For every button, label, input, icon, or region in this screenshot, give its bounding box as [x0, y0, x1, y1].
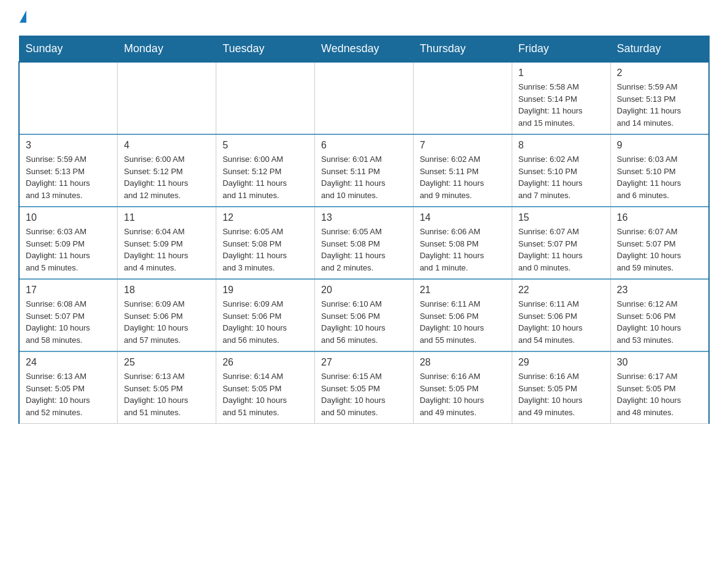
day-number: 6: [321, 140, 407, 151]
day-info: Sunrise: 6:07 AM Sunset: 5:07 PM Dayligh…: [617, 226, 702, 274]
table-row: 7Sunrise: 6:02 AM Sunset: 5:11 PM Daylig…: [413, 134, 512, 207]
page-header: [18, 12, 710, 25]
day-info: Sunrise: 6:06 AM Sunset: 5:08 PM Dayligh…: [420, 226, 506, 274]
day-number: 5: [222, 140, 308, 151]
table-row: 16Sunrise: 6:07 AM Sunset: 5:07 PM Dayli…: [610, 207, 709, 279]
table-row: 8Sunrise: 6:02 AM Sunset: 5:10 PM Daylig…: [512, 134, 610, 207]
day-info: Sunrise: 6:11 AM Sunset: 5:06 PM Dayligh…: [420, 298, 506, 346]
day-number: 27: [321, 357, 407, 368]
table-row: 18Sunrise: 6:09 AM Sunset: 5:06 PM Dayli…: [118, 279, 216, 351]
day-info: Sunrise: 6:05 AM Sunset: 5:08 PM Dayligh…: [321, 226, 407, 274]
table-row: 30Sunrise: 6:17 AM Sunset: 5:05 PM Dayli…: [610, 351, 709, 424]
table-row: 3Sunrise: 5:59 AM Sunset: 5:13 PM Daylig…: [19, 134, 118, 207]
table-row: 20Sunrise: 6:10 AM Sunset: 5:06 PM Dayli…: [315, 279, 414, 351]
day-number: 1: [518, 67, 604, 79]
header-monday: Monday: [118, 36, 216, 63]
day-info: Sunrise: 6:02 AM Sunset: 5:11 PM Dayligh…: [420, 153, 506, 201]
table-row: 12Sunrise: 6:05 AM Sunset: 5:08 PM Dayli…: [216, 207, 315, 279]
day-info: Sunrise: 6:05 AM Sunset: 5:08 PM Dayligh…: [222, 226, 308, 274]
table-row: 29Sunrise: 6:16 AM Sunset: 5:05 PM Dayli…: [512, 351, 610, 424]
day-number: 19: [222, 285, 308, 296]
day-number: 15: [518, 212, 604, 223]
day-info: Sunrise: 6:13 AM Sunset: 5:05 PM Dayligh…: [26, 370, 111, 418]
day-info: Sunrise: 6:02 AM Sunset: 5:10 PM Dayligh…: [518, 153, 604, 201]
day-number: 8: [518, 140, 604, 151]
day-number: 20: [321, 285, 407, 296]
day-info: Sunrise: 5:58 AM Sunset: 5:14 PM Dayligh…: [518, 81, 604, 129]
header-tuesday: Tuesday: [216, 36, 315, 63]
table-row: 22Sunrise: 6:11 AM Sunset: 5:06 PM Dayli…: [512, 279, 610, 351]
table-row: [413, 62, 512, 134]
day-info: Sunrise: 6:09 AM Sunset: 5:06 PM Dayligh…: [124, 298, 210, 346]
day-number: 18: [124, 285, 210, 296]
day-number: 12: [222, 212, 308, 223]
table-row: 11Sunrise: 6:04 AM Sunset: 5:09 PM Dayli…: [118, 207, 216, 279]
header-friday: Friday: [512, 36, 610, 63]
day-number: 17: [26, 285, 111, 296]
day-number: 26: [222, 357, 308, 368]
table-row: 10Sunrise: 6:03 AM Sunset: 5:09 PM Dayli…: [19, 207, 118, 279]
day-info: Sunrise: 6:09 AM Sunset: 5:06 PM Dayligh…: [222, 298, 308, 346]
table-row: 19Sunrise: 6:09 AM Sunset: 5:06 PM Dayli…: [216, 279, 315, 351]
day-info: Sunrise: 6:07 AM Sunset: 5:07 PM Dayligh…: [518, 226, 604, 274]
day-info: Sunrise: 6:14 AM Sunset: 5:05 PM Dayligh…: [222, 370, 308, 418]
day-number: 3: [26, 140, 111, 151]
day-info: Sunrise: 5:59 AM Sunset: 5:13 PM Dayligh…: [26, 153, 111, 201]
table-row: 26Sunrise: 6:14 AM Sunset: 5:05 PM Dayli…: [216, 351, 315, 424]
header-saturday: Saturday: [610, 36, 709, 63]
logo-triangle-icon: [20, 10, 26, 23]
day-number: 21: [420, 285, 506, 296]
day-info: Sunrise: 6:00 AM Sunset: 5:12 PM Dayligh…: [124, 153, 210, 201]
day-info: Sunrise: 6:04 AM Sunset: 5:09 PM Dayligh…: [124, 226, 210, 274]
table-row: 24Sunrise: 6:13 AM Sunset: 5:05 PM Dayli…: [19, 351, 118, 424]
table-row: [19, 62, 118, 134]
day-info: Sunrise: 6:15 AM Sunset: 5:05 PM Dayligh…: [321, 370, 407, 418]
day-number: 24: [26, 357, 111, 368]
weekday-header-row: Sunday Monday Tuesday Wednesday Thursday…: [19, 36, 709, 63]
day-number: 22: [518, 285, 604, 296]
day-number: 16: [617, 212, 702, 223]
day-info: Sunrise: 5:59 AM Sunset: 5:13 PM Dayligh…: [617, 81, 702, 129]
day-number: 28: [420, 357, 506, 368]
calendar-week-row: 3Sunrise: 5:59 AM Sunset: 5:13 PM Daylig…: [19, 134, 709, 207]
table-row: 5Sunrise: 6:00 AM Sunset: 5:12 PM Daylig…: [216, 134, 315, 207]
day-info: Sunrise: 6:10 AM Sunset: 5:06 PM Dayligh…: [321, 298, 407, 346]
calendar-table: Sunday Monday Tuesday Wednesday Thursday…: [18, 36, 710, 424]
day-number: 25: [124, 357, 210, 368]
day-number: 23: [617, 285, 702, 296]
day-info: Sunrise: 6:11 AM Sunset: 5:06 PM Dayligh…: [518, 298, 604, 346]
day-number: 2: [617, 67, 702, 79]
day-info: Sunrise: 6:13 AM Sunset: 5:05 PM Dayligh…: [124, 370, 210, 418]
table-row: 23Sunrise: 6:12 AM Sunset: 5:06 PM Dayli…: [610, 279, 709, 351]
day-number: 30: [617, 357, 702, 368]
table-row: 14Sunrise: 6:06 AM Sunset: 5:08 PM Dayli…: [413, 207, 512, 279]
day-number: 9: [617, 140, 702, 151]
table-row: 2Sunrise: 5:59 AM Sunset: 5:13 PM Daylig…: [610, 62, 709, 134]
table-row: [216, 62, 315, 134]
table-row: 25Sunrise: 6:13 AM Sunset: 5:05 PM Dayli…: [118, 351, 216, 424]
table-row: 1Sunrise: 5:58 AM Sunset: 5:14 PM Daylig…: [512, 62, 610, 134]
table-row: 15Sunrise: 6:07 AM Sunset: 5:07 PM Dayli…: [512, 207, 610, 279]
day-number: 10: [26, 212, 111, 223]
calendar-week-row: 10Sunrise: 6:03 AM Sunset: 5:09 PM Dayli…: [19, 207, 709, 279]
day-number: 7: [420, 140, 506, 151]
table-row: 28Sunrise: 6:16 AM Sunset: 5:05 PM Dayli…: [413, 351, 512, 424]
day-info: Sunrise: 6:03 AM Sunset: 5:09 PM Dayligh…: [26, 226, 111, 274]
day-info: Sunrise: 6:16 AM Sunset: 5:05 PM Dayligh…: [518, 370, 604, 418]
day-info: Sunrise: 6:00 AM Sunset: 5:12 PM Dayligh…: [222, 153, 308, 201]
table-row: 9Sunrise: 6:03 AM Sunset: 5:10 PM Daylig…: [610, 134, 709, 207]
calendar-week-row: 17Sunrise: 6:08 AM Sunset: 5:07 PM Dayli…: [19, 279, 709, 351]
table-row: 21Sunrise: 6:11 AM Sunset: 5:06 PM Dayli…: [413, 279, 512, 351]
header-wednesday: Wednesday: [315, 36, 414, 63]
table-row: [118, 62, 216, 134]
day-number: 13: [321, 212, 407, 223]
day-info: Sunrise: 6:01 AM Sunset: 5:11 PM Dayligh…: [321, 153, 407, 201]
calendar-week-row: 1Sunrise: 5:58 AM Sunset: 5:14 PM Daylig…: [19, 62, 709, 134]
day-info: Sunrise: 6:03 AM Sunset: 5:10 PM Dayligh…: [617, 153, 702, 201]
day-number: 11: [124, 212, 210, 223]
day-number: 29: [518, 357, 604, 368]
logo: [18, 12, 26, 25]
calendar-week-row: 24Sunrise: 6:13 AM Sunset: 5:05 PM Dayli…: [19, 351, 709, 424]
header-thursday: Thursday: [413, 36, 512, 63]
table-row: 17Sunrise: 6:08 AM Sunset: 5:07 PM Dayli…: [19, 279, 118, 351]
